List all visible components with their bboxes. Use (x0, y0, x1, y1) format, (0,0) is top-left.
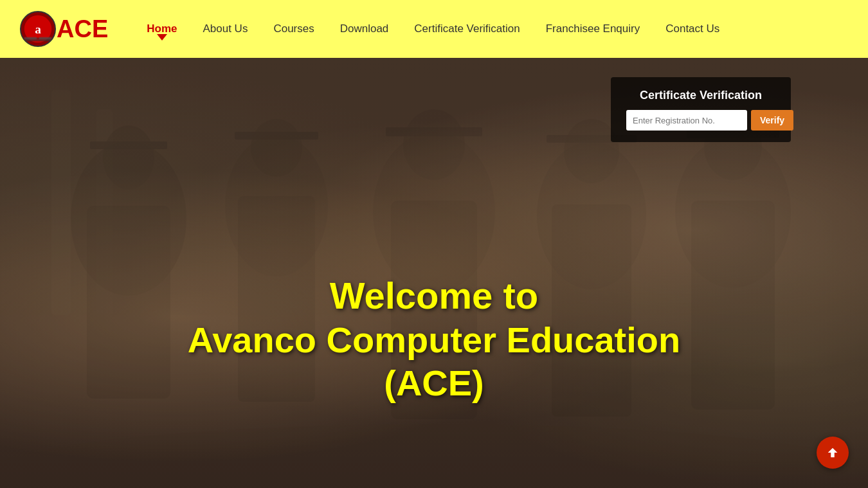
nav-links: Home About Us Courses Download Certifica… (147, 23, 719, 35)
logo-text: ACE (57, 15, 108, 43)
hero-welcome-line2: Avanco Computer Education (ACE) (145, 318, 723, 404)
nav-item-contact: Contact Us (665, 23, 719, 35)
logo-link[interactable]: a ACE (19, 10, 108, 48)
logo-icon: a (19, 10, 57, 48)
svg-text:a: a (35, 23, 41, 36)
nav-link-cert-verif[interactable]: Certificate Verification (414, 23, 520, 35)
cert-box-form: Verify (626, 110, 775, 131)
nav-link-courses[interactable]: Courses (273, 23, 314, 35)
verify-button[interactable]: Verify (751, 110, 793, 131)
hero-section: Certificate Verification Verify Welcome … (0, 58, 868, 488)
cert-registration-input[interactable] (626, 110, 747, 131)
nav-item-courses: Courses (273, 23, 314, 35)
nav-item-about: About Us (203, 23, 248, 35)
nav-item-home: Home (147, 23, 177, 35)
cert-box-title: Certificate Verification (626, 89, 775, 102)
svg-rect-4 (24, 37, 37, 40)
nav-active-indicator (157, 34, 167, 41)
nav-item-cert-verif: Certificate Verification (414, 23, 520, 35)
nav-link-contact[interactable]: Contact Us (665, 23, 719, 35)
hero-welcome-text: Welcome to Avanco Computer Education (AC… (145, 273, 723, 404)
cert-verification-box: Certificate Verification Verify (611, 77, 791, 142)
nav-link-download[interactable]: Download (340, 23, 389, 35)
svg-rect-5 (39, 37, 51, 40)
navbar: a ACE Home About Us Courses Download Cer… (0, 0, 868, 58)
scroll-top-icon (826, 446, 840, 460)
nav-item-franchise: Franchisee Enquiry (546, 23, 640, 35)
nav-link-franchise[interactable]: Franchisee Enquiry (546, 23, 640, 35)
nav-link-home[interactable]: Home (147, 23, 177, 35)
scroll-to-top-button[interactable] (817, 437, 849, 469)
hero-welcome-line1: Welcome to (145, 273, 723, 318)
nav-item-download: Download (340, 23, 389, 35)
nav-link-about[interactable]: About Us (203, 23, 248, 35)
